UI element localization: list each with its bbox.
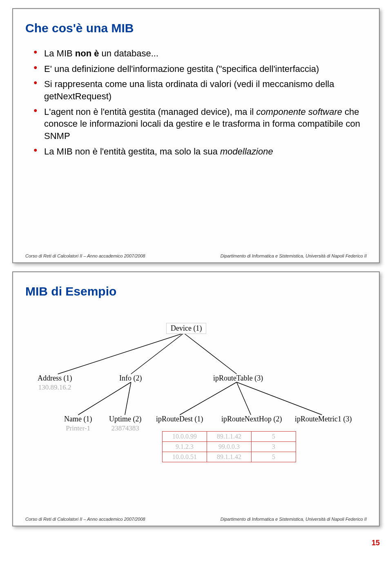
slide-2-title: MIB di Esempio [25, 284, 367, 298]
slide-1-title: Che cos'è una MIB [25, 21, 367, 35]
page-number: 15 [0, 535, 392, 555]
table-cell: 99.0.0.3 [207, 442, 252, 452]
tree-node-iproutenexthop: ipRouteNextHop (2) [221, 415, 282, 423]
tree-diagram: Device (1) Address (1) 130.89.16.2 Info … [25, 311, 367, 482]
text: La MIB [44, 48, 75, 58]
table-cell: 5 [252, 452, 296, 462]
text: E' una definizione dell'informazione ges… [44, 64, 319, 74]
tree-node-name: Name (1) Printer-1 [64, 415, 92, 432]
text-italic: modellazione [220, 146, 273, 157]
node-value: Printer-1 [64, 424, 92, 432]
route-table: 10.0.0.99 89.1.1.42 5 9.1.2.3 99.0.0.3 3… [162, 431, 296, 462]
slide-2: MIB di Esempio Device (1) Address (1) [12, 271, 380, 526]
slide-1: Che cos'è una MIB La MIB non è un databa… [12, 8, 380, 263]
svg-line-0 [58, 333, 184, 374]
bullet-item: La MIB non è un database... [33, 47, 367, 60]
tree-node-info: Info (2) [119, 374, 142, 383]
table-row: 10.0.0.51 89.1.1.42 5 [163, 452, 296, 462]
svg-line-5 [180, 382, 236, 415]
node-label: ipRouteNextHop (2) [221, 415, 282, 423]
text: Si rappresenta come una lista ordinata d… [44, 79, 334, 101]
footer-right: Dipartimento di Informatica e Sistemisti… [220, 517, 367, 522]
table-cell: 5 [252, 432, 296, 442]
footer-left: Corso di Reti di Calcolatori II – Anno a… [25, 253, 145, 258]
table-cell: 10.0.0.51 [163, 452, 207, 462]
text: La MIB non è l'entità gestita, ma solo l… [44, 146, 220, 157]
node-label: Info (2) [119, 374, 142, 382]
table-cell: 89.1.1.42 [207, 432, 252, 442]
text: L'agent non è l'entità gestita (managed … [44, 107, 256, 117]
text-bold: non è [75, 48, 99, 58]
tree-node-uptime: Uptime (2) 23874383 [109, 415, 141, 432]
node-value: 23874383 [109, 424, 141, 432]
svg-line-1 [131, 333, 184, 374]
table-row: 10.0.0.99 89.1.1.42 5 [163, 432, 296, 442]
table-row: 9.1.2.3 99.0.0.3 3 [163, 442, 296, 452]
slide-footer: Corso di Reti di Calcolatori II – Anno a… [25, 253, 367, 258]
node-label: Uptime (2) [109, 415, 141, 423]
node-label: Address (1) [38, 374, 72, 382]
node-value: 130.89.16.2 [38, 383, 72, 392]
node-label: ipRouteTable (3) [213, 374, 263, 382]
svg-line-7 [237, 382, 322, 415]
svg-line-6 [237, 382, 251, 415]
bullet-item: E' una definizione dell'informazione ges… [33, 63, 367, 75]
table-cell: 3 [252, 442, 296, 452]
tree-node-iproutedest: ipRouteDest (1) [156, 415, 203, 423]
table-cell: 10.0.0.99 [163, 432, 207, 442]
tree-node-address: Address (1) 130.89.16.2 [38, 374, 72, 392]
slide-1-bullet-list: La MIB non è un database... E' una defin… [33, 47, 367, 158]
svg-line-4 [125, 382, 131, 415]
bullet-item: La MIB non è l'entità gestita, ma solo l… [33, 146, 367, 158]
footer-left: Corso di Reti di Calcolatori II – Anno a… [25, 517, 145, 522]
tree-root: Device (1) [166, 323, 206, 334]
bullet-item: Si rappresenta come una lista ordinata d… [33, 78, 367, 102]
table-cell: 89.1.1.42 [207, 452, 252, 462]
text-italic: componente software [256, 107, 342, 117]
node-label: Name (1) [64, 415, 92, 423]
node-label: ipRouteDest (1) [156, 415, 203, 423]
tree-node-iproutemetric1: ipRouteMetric1 (3) [295, 415, 352, 423]
slide-footer: Corso di Reti di Calcolatori II – Anno a… [25, 517, 367, 522]
footer-right: Dipartimento di Informatica e Sistemisti… [220, 253, 367, 258]
node-label: ipRouteMetric1 (3) [295, 415, 352, 423]
tree-node-iproutetable: ipRouteTable (3) [213, 374, 263, 383]
svg-line-3 [78, 382, 131, 415]
bullet-item: L'agent non è l'entità gestita (managed … [33, 106, 367, 142]
node-label: Device (1) [171, 324, 202, 332]
svg-line-2 [184, 333, 236, 374]
table-cell: 9.1.2.3 [163, 442, 207, 452]
text: un database... [99, 48, 158, 58]
